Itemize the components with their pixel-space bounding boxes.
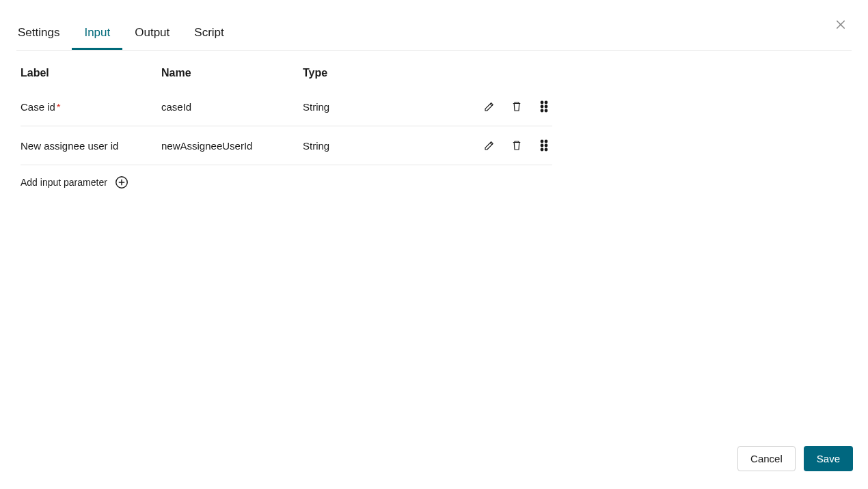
footer-actions: Cancel Save — [737, 446, 853, 471]
table-row: Case id* caseId String — [21, 87, 552, 126]
row-label-text: New assignee user id — [21, 140, 118, 152]
drag-handle[interactable] — [536, 137, 552, 154]
edit-button[interactable] — [481, 98, 498, 115]
svg-point-3 — [545, 105, 547, 107]
svg-point-4 — [541, 109, 543, 111]
close-icon — [835, 18, 847, 31]
delete-button[interactable] — [508, 137, 525, 154]
svg-point-5 — [545, 109, 547, 111]
drag-icon — [539, 100, 549, 113]
svg-point-2 — [541, 105, 543, 107]
tab-input[interactable]: Input — [72, 20, 122, 50]
drag-handle[interactable] — [536, 98, 552, 115]
required-indicator: * — [57, 101, 61, 113]
add-input-parameter-button[interactable]: Add input parameter — [21, 165, 552, 199]
trash-icon — [511, 139, 523, 152]
header-label: Label — [21, 67, 161, 79]
pencil-icon — [483, 139, 496, 152]
table-row: New assignee user id newAssigneeUserId S… — [21, 126, 552, 165]
row-type: String — [303, 140, 446, 152]
add-parameter-label: Add input parameter — [21, 177, 107, 188]
delete-button[interactable] — [508, 98, 525, 115]
svg-point-8 — [541, 144, 543, 146]
table-header: Label Name Type — [21, 67, 552, 87]
svg-point-9 — [545, 144, 547, 146]
row-type: String — [303, 101, 446, 113]
header-type: Type — [303, 67, 446, 79]
svg-point-1 — [545, 101, 547, 103]
row-label: Case id* — [21, 101, 161, 113]
svg-point-6 — [541, 140, 543, 142]
row-name: newAssigneeUserId — [161, 140, 303, 152]
edit-button[interactable] — [481, 137, 498, 154]
pencil-icon — [483, 100, 496, 113]
save-button[interactable]: Save — [804, 446, 853, 471]
tab-settings[interactable]: Settings — [16, 20, 72, 50]
cancel-button[interactable]: Cancel — [737, 446, 796, 471]
row-name: caseId — [161, 101, 303, 113]
plus-circle-icon — [114, 175, 129, 190]
tab-script[interactable]: Script — [182, 20, 236, 50]
svg-point-7 — [545, 140, 547, 142]
input-panel: Label Name Type Case id* caseId String — [0, 51, 569, 199]
svg-point-11 — [545, 148, 547, 150]
close-button[interactable] — [834, 18, 847, 31]
drag-icon — [539, 139, 549, 152]
header-name: Name — [161, 67, 303, 79]
tab-bar: Settings Input Output Script — [16, 0, 852, 51]
row-label: New assignee user id — [21, 140, 161, 152]
trash-icon — [511, 100, 523, 113]
row-label-text: Case id — [21, 101, 55, 113]
tab-output[interactable]: Output — [122, 20, 182, 50]
svg-point-10 — [541, 148, 543, 150]
svg-point-0 — [541, 101, 543, 103]
